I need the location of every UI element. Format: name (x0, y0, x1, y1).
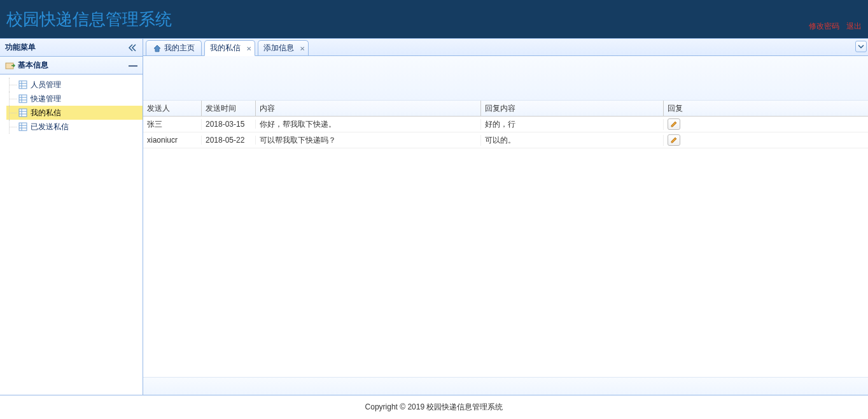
nav-tree: 人员管理 快递管理 我的私信 已发送私信 (0, 75, 143, 137)
column-header-content[interactable]: 内容 (256, 101, 481, 116)
grid-icon (18, 108, 28, 118)
reply-button[interactable] (668, 134, 680, 146)
table-row[interactable]: 张三 2018-03-15 你好，帮我取下快递。 好的，行 (143, 117, 868, 132)
cell-send-time: 2018-05-22 (202, 136, 256, 145)
table-row[interactable]: xiaoniucr 2018-05-22 可以帮我取下快递吗？ 可以的。 (143, 132, 868, 148)
accordion-title: 基本信息 (18, 60, 48, 71)
tab-menu-button[interactable] (855, 41, 867, 52)
header-links: 修改密码 退出 (804, 21, 862, 38)
tab-home[interactable]: 我的主页 (146, 40, 202, 55)
cell-reply (664, 118, 868, 130)
grid-header-row: 发送人 发送时间 内容 回复内容 回复 (143, 101, 868, 117)
pencil-icon (670, 136, 678, 144)
tab-label: 我的主页 (164, 43, 195, 53)
collapse-group-icon[interactable]: — (129, 60, 137, 71)
cell-reply-content: 可以的。 (481, 135, 664, 146)
sidebar-title: 功能菜单 (5, 42, 36, 53)
sidebar-item-label: 快递管理 (31, 94, 61, 104)
grid-body: 张三 2018-03-15 你好，帮我取下快递。 好的，行 xiaoniucr … (143, 117, 868, 377)
tab-label: 我的私信 (210, 43, 241, 53)
cell-send-time: 2018-03-15 (202, 120, 256, 129)
home-icon (153, 44, 162, 53)
svg-rect-13 (19, 123, 27, 131)
tab-content: 发送人 发送时间 内容 回复内容 回复 张三 2018-03-15 你好，帮我取… (143, 56, 868, 395)
cell-reply (664, 134, 868, 146)
grid-footer (143, 377, 868, 395)
sidebar-item-label: 人员管理 (31, 80, 61, 90)
toolbar-area (143, 56, 868, 101)
app-title: 校园快递信息管理系统 (6, 8, 172, 31)
grid-icon (18, 94, 28, 104)
cell-sender: xiaoniucr (143, 136, 202, 145)
tab-my-messages[interactable]: 我的私信 ✕ (204, 40, 255, 56)
collapse-sidebar-icon[interactable] (127, 43, 137, 53)
tabs-bar: 我的主页 我的私信 ✕ 添加信息 ✕ (143, 39, 868, 56)
main-content: 我的主页 我的私信 ✕ 添加信息 ✕ 发送人 发送时间 内容 回复内容 (143, 39, 868, 395)
sidebar-item-sent-messages[interactable]: 已发送私信 (6, 120, 143, 134)
folder-arrow-icon (5, 60, 15, 71)
column-header-sender[interactable]: 发送人 (143, 101, 202, 116)
sidebar-item-my-messages[interactable]: 我的私信 (6, 106, 143, 120)
tab-add-info[interactable]: 添加信息 ✕ (258, 40, 309, 55)
tab-label: 添加信息 (263, 43, 294, 53)
cell-content: 可以帮我取下快递吗？ (256, 135, 481, 146)
column-header-reply-content[interactable]: 回复内容 (481, 101, 664, 116)
sidebar-item-personnel[interactable]: 人员管理 (6, 78, 143, 92)
sidebar: 功能菜单 基本信息 — 人员管理 快递管理 (0, 39, 143, 395)
app-header: 校园快递信息管理系统 修改密码 退出 (0, 0, 868, 38)
cell-reply-content: 好的，行 (481, 119, 664, 130)
svg-rect-5 (19, 95, 27, 103)
close-icon[interactable]: ✕ (298, 45, 305, 52)
column-header-reply[interactable]: 回复 (664, 101, 868, 116)
sidebar-item-label: 已发送私信 (31, 122, 69, 132)
grid-icon (18, 122, 28, 132)
sidebar-item-express[interactable]: 快递管理 (6, 92, 143, 106)
close-icon[interactable]: ✕ (245, 45, 252, 52)
column-header-send-time[interactable]: 发送时间 (202, 101, 256, 116)
sidebar-header: 功能菜单 (0, 39, 143, 57)
svg-rect-9 (19, 109, 27, 117)
reply-button[interactable] (668, 118, 680, 130)
page-footer: Copyright © 2019 校园快递信息管理系统 (0, 395, 868, 418)
copyright-text: Copyright © 2019 校园快递信息管理系统 (365, 402, 503, 413)
change-password-link[interactable]: 修改密码 (809, 22, 839, 31)
sidebar-item-label: 我的私信 (31, 108, 61, 118)
cell-content: 你好，帮我取下快递。 (256, 119, 481, 130)
cell-sender: 张三 (143, 119, 202, 130)
pencil-icon (670, 120, 678, 128)
svg-rect-1 (19, 81, 27, 89)
logout-link[interactable]: 退出 (846, 22, 862, 31)
chevron-down-icon (858, 45, 864, 48)
accordion-header-basic-info[interactable]: 基本信息 — (0, 57, 143, 75)
grid-icon (18, 80, 28, 90)
